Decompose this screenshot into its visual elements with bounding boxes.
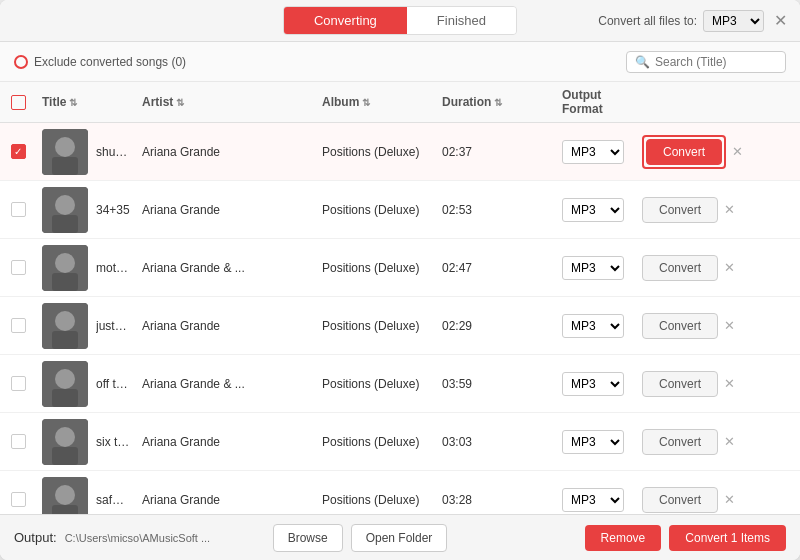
row-format-cell: MP3AACFLAC [556,430,636,454]
row-checkbox[interactable] [11,492,26,507]
filter-bar: Exclude converted songs (0) 🔍 [0,42,800,82]
convert-button[interactable]: Convert [642,313,718,339]
th-duration[interactable]: Duration ⇅ [436,88,556,116]
search-box: 🔍 [626,51,786,73]
row-format-select[interactable]: MP3AACFLAC [562,488,624,512]
row-checkbox[interactable] [11,434,26,449]
convert-button[interactable]: Convert [642,197,718,223]
remove-row-button[interactable]: ✕ [724,318,735,333]
browse-button[interactable]: Browse [273,524,343,552]
tab-finished[interactable]: Finished [407,7,516,34]
exclude-icon [14,55,28,69]
table-row: just like magic Ariana Grande Positions … [0,297,800,355]
row-thumb-title: motive [36,245,136,291]
table-row: six thirty Ariana Grande Positions (Delu… [0,413,800,471]
footer: Output: C:\Users\micso\AMusicSoft ... Br… [0,514,800,560]
row-checkbox[interactable] [11,260,26,275]
table-row: motive Ariana Grande & ... Positions (De… [0,239,800,297]
row-album: Positions (Deluxe) [316,145,436,159]
row-checkbox[interactable] [11,144,26,159]
row-action-cell: Convert ✕ [636,197,800,223]
convert-btn-wrapper: Convert [642,135,726,169]
remove-row-button[interactable]: ✕ [724,434,735,449]
convert-button[interactable]: Convert [642,429,718,455]
remove-row-button[interactable]: ✕ [724,202,735,217]
row-title: just like magic [96,319,130,333]
convert-items-button[interactable]: Convert 1 Items [669,525,786,551]
row-format-cell: MP3AACFLAC [556,488,636,512]
title-bar: Converting Finished Convert all files to… [0,0,800,42]
search-input[interactable] [655,55,777,69]
row-artist: Ariana Grande [136,319,316,333]
row-format-cell: MP3AACFLAC [556,256,636,280]
row-duration: 03:03 [436,435,556,449]
remove-row-button[interactable]: ✕ [724,260,735,275]
row-action-cell: Convert ✕ [636,371,800,397]
close-button[interactable]: ✕ [770,11,790,31]
convert-button[interactable]: Convert [642,255,718,281]
remove-row-button[interactable]: ✕ [732,144,743,159]
row-thumb-title: just like magic [36,303,136,349]
output-path: C:\Users\micso\AMusicSoft ... [65,532,265,544]
tab-converting[interactable]: Converting [284,7,407,34]
convert-all-label: Convert all files to: [598,14,697,28]
row-checkbox-cell [0,492,36,507]
row-title: shut up [96,145,130,159]
search-icon: 🔍 [635,55,650,69]
row-checkbox-cell [0,260,36,275]
row-action-cell: Convert ✕ [636,429,800,455]
row-format-select[interactable]: MP3AACFLAC [562,430,624,454]
row-checkbox[interactable] [11,376,26,391]
row-title: motive [96,261,130,275]
row-album: Positions (Deluxe) [316,377,436,391]
row-title: six thirty [96,435,130,449]
row-thumb-title: safety net (feat. Ty ... [36,477,136,515]
sort-artist-icon: ⇅ [176,97,184,108]
sort-album-icon: ⇅ [362,97,370,108]
remove-row-button[interactable]: ✕ [724,492,735,507]
convert-button[interactable]: Convert [642,487,718,513]
row-checkbox-cell [0,434,36,449]
row-checkbox[interactable] [11,318,26,333]
th-actions [636,88,800,116]
convert-button[interactable]: Convert [646,139,722,165]
th-title[interactable]: Title ⇅ [36,88,136,116]
footer-right: Remove Convert 1 Items [585,525,786,551]
table-body: shut up Ariana Grande Positions (Deluxe)… [0,123,800,514]
header-checkbox[interactable] [11,95,26,110]
row-thumbnail [42,187,88,233]
table-row: safety net (feat. Ty ... Ariana Grande P… [0,471,800,514]
tab-group: Converting Finished [283,6,517,35]
row-artist: Ariana Grande [136,493,316,507]
row-action-cell: Convert ✕ [636,255,800,281]
row-format-select[interactable]: MP3AACFLAC [562,372,624,396]
convert-all-section: Convert all files to: MP3 AAC FLAC WAV [598,10,764,32]
row-album: Positions (Deluxe) [316,493,436,507]
th-album[interactable]: Album ⇅ [316,88,436,116]
th-output-format: Output Format [556,88,636,116]
row-thumbnail [42,245,88,291]
row-thumbnail [42,129,88,175]
row-artist: Ariana Grande [136,203,316,217]
remove-button[interactable]: Remove [585,525,662,551]
row-format-select[interactable]: MP3AACFLAC [562,314,624,338]
row-artist: Ariana Grande & ... [136,377,316,391]
convert-button[interactable]: Convert [642,371,718,397]
open-folder-button[interactable]: Open Folder [351,524,448,552]
row-format-select[interactable]: MP3AACFLAC [562,198,624,222]
row-thumb-title: six thirty [36,419,136,465]
main-window: Converting Finished Convert all files to… [0,0,800,560]
row-album: Positions (Deluxe) [316,435,436,449]
convert-all-select[interactable]: MP3 AAC FLAC WAV [703,10,764,32]
row-checkbox-cell [0,144,36,159]
row-thumbnail [42,419,88,465]
row-thumbnail [42,361,88,407]
remove-row-button[interactable]: ✕ [724,376,735,391]
th-artist[interactable]: Artist ⇅ [136,88,316,116]
row-checkbox[interactable] [11,202,26,217]
row-title: safety net (feat. Ty ... [96,493,130,507]
row-format-select[interactable]: MP3AACFLAC [562,140,624,164]
row-format-select[interactable]: MP3AACFLAC [562,256,624,280]
row-duration: 02:47 [436,261,556,275]
row-artist: Ariana Grande [136,435,316,449]
